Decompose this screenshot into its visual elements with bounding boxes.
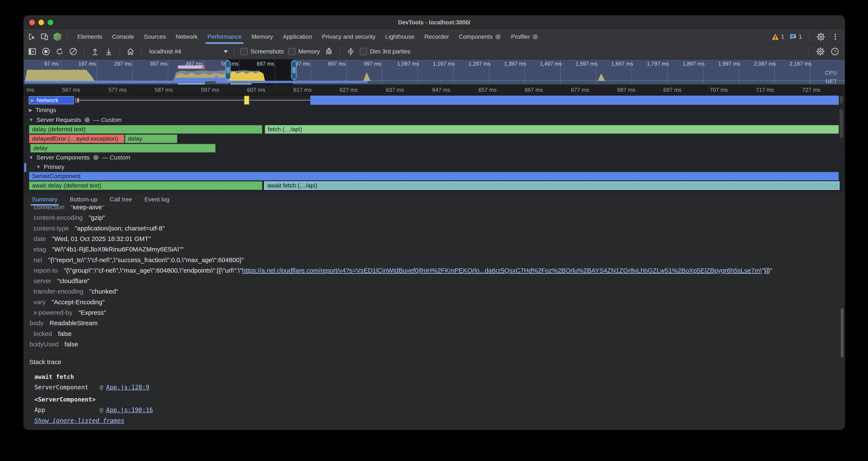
- tab-network[interactable]: Network: [170, 30, 203, 44]
- selection-left-handle[interactable]: [225, 60, 231, 80]
- report-to-url-link[interactable]: https://a.nel.cloudflare.com/report/v4?s…: [242, 267, 762, 274]
- track-header-network[interactable]: ▶ Network: [29, 96, 74, 104]
- node-icon[interactable]: [53, 32, 62, 41]
- tab-sources[interactable]: Sources: [139, 30, 170, 44]
- header-row-etag: etag"W/\"4b1-RjEJloX9kRinu6F0MAZMmy6E5iA…: [24, 244, 840, 255]
- selection-right-handle[interactable]: [291, 60, 297, 80]
- track-header-primary[interactable]: ▼ Primary: [36, 163, 64, 171]
- flame-bar-await-delay-deferred-text[interactable]: await delay (deferred text): [29, 181, 262, 190]
- header-value: "keep-alive": [70, 206, 104, 211]
- collapse-triangle-icon[interactable]: ▼: [29, 117, 34, 123]
- custom-track-suffix: — Custom: [93, 117, 122, 123]
- dim-3rd-parties-checkbox[interactable]: Dim 3rd parties: [360, 48, 410, 55]
- flame-bar-delay[interactable]: delay: [125, 135, 177, 143]
- collapse-triangle-icon[interactable]: ▼: [36, 164, 41, 170]
- flame-scrollbar-thumb[interactable]: [840, 109, 843, 138]
- overview-tick-label: 1,597 ms: [576, 61, 598, 67]
- reload-record-icon[interactable]: [55, 47, 64, 56]
- flame-bar-delay-deferred-text[interactable]: delay (deferred text): [29, 125, 262, 134]
- header-row-date: date"Wed, 01 Oct 2025 18:32:01 GMT": [24, 233, 840, 244]
- track-header-timings[interactable]: ▶ Timings: [29, 107, 56, 114]
- maximize-window-button[interactable]: [48, 20, 53, 25]
- download-profile-icon[interactable]: [104, 47, 114, 56]
- expand-triangle-icon[interactable]: ▶: [29, 107, 32, 113]
- collapse-triangle-icon[interactable]: ▼: [29, 155, 34, 161]
- source-location-link[interactable]: App.js:190:16: [106, 406, 153, 413]
- tab-profiler[interactable]: Profiler: [506, 30, 544, 44]
- tab-recorder[interactable]: Recorder: [420, 30, 454, 44]
- tab-memory[interactable]: Memory: [246, 30, 278, 44]
- issues-badge[interactable]: 1: [789, 33, 802, 40]
- track-drag-grip[interactable]: [75, 98, 79, 103]
- network-request-whisker: [78, 100, 310, 100]
- inspect-element-icon[interactable]: [27, 32, 36, 41]
- details-tab-bottom-up[interactable]: Bottom-up: [70, 193, 97, 205]
- ruler-tick-label: 597 ms: [201, 87, 219, 93]
- ruler-unit: ms: [27, 87, 34, 93]
- capture-settings-gear-icon[interactable]: [816, 47, 825, 56]
- warnings-badge[interactable]: 1: [771, 33, 784, 40]
- tab-privacy-and-security[interactable]: Privacy and security: [317, 30, 380, 44]
- track-header-server-components[interactable]: ▼ Server Components — Custom: [29, 154, 130, 161]
- timings-track-label: Timings: [35, 107, 56, 114]
- header-row-vary: vary"Accept-Encoding": [24, 297, 840, 308]
- minimize-window-button[interactable]: [38, 20, 44, 25]
- tab-label: Profiler: [511, 33, 530, 40]
- checkbox-box: [288, 48, 296, 55]
- ruler-tick-label: 677 ms: [571, 87, 589, 93]
- expand-triangle-icon[interactable]: ▶: [31, 97, 34, 103]
- home-icon[interactable]: [126, 47, 135, 56]
- tabbar-left-icons: [27, 30, 72, 44]
- header-key: content-type: [34, 225, 69, 232]
- selected-network-event[interactable]: [244, 95, 249, 105]
- source-location-link[interactable]: App.js:128:9: [106, 384, 149, 391]
- details-tab-event-log[interactable]: Event log: [144, 193, 169, 205]
- tab-components[interactable]: Components: [454, 30, 506, 44]
- tab-lighthouse[interactable]: Lighthouse: [380, 30, 420, 44]
- primary-track-indicator: [24, 163, 26, 172]
- flame-bar-fetch-api[interactable]: fetch (…/api): [265, 125, 839, 134]
- tab-label: Recorder: [424, 33, 449, 40]
- clear-icon[interactable]: [68, 47, 78, 56]
- flame-bar-delayederror-ayed-exception[interactable]: delayedError (…ayed exception): [29, 135, 124, 143]
- flame-bar-delay[interactable]: delay: [30, 144, 216, 152]
- settings-gear-icon[interactable]: [816, 32, 826, 41]
- upload-profile-icon[interactable]: [90, 47, 100, 56]
- device-toolbar-icon[interactable]: [40, 32, 49, 41]
- toggle-sidebar-icon[interactable]: [28, 47, 37, 56]
- details-tab-summary[interactable]: Summary: [32, 193, 58, 205]
- details-tab-call-tree[interactable]: Call tree: [110, 193, 132, 205]
- ruler-tick-label: 687 ms: [617, 87, 636, 93]
- overview-tick-label: 2,097 ms: [754, 61, 776, 67]
- message-icon: [789, 33, 797, 40]
- garbage-collect-icon[interactable]: [324, 47, 334, 56]
- history-select[interactable]: localhost #4: [148, 48, 228, 55]
- flame-chart[interactable]: ▶ Network ▶ Timings ▼ Server Requests — …: [24, 95, 845, 193]
- summary-pane: connection"keep-alive"content-encoding"g…: [24, 206, 845, 430]
- network-track-label: Network: [36, 97, 59, 104]
- tab-performance[interactable]: Performance: [203, 30, 246, 44]
- cpu-activity-blue: [175, 78, 228, 81]
- memory-checkbox[interactable]: Memory: [288, 48, 320, 55]
- record-icon[interactable]: [41, 47, 51, 56]
- flame-bar-await-fetch-api[interactable]: await fetch (…/api): [264, 181, 840, 190]
- network-request-bar[interactable]: [310, 95, 839, 105]
- ruler-tick-label: 617 ms: [293, 87, 312, 93]
- traffic-lights: [29, 20, 53, 25]
- tab-elements[interactable]: Elements: [72, 30, 107, 44]
- at-symbol: @: [99, 406, 103, 413]
- show-ignore-listed-frames-link[interactable]: Show ignore-listed frames: [34, 415, 124, 426]
- close-window-button[interactable]: [29, 20, 35, 25]
- help-icon[interactable]: ?: [830, 47, 840, 56]
- track-header-server-requests[interactable]: ▼ Server Requests — Custom: [29, 116, 122, 123]
- screenshots-checkbox[interactable]: Screenshots: [240, 48, 284, 55]
- flame-bar-servercomponent[interactable]: ServerComponent: [29, 172, 839, 180]
- collapse-flame-icon[interactable]: [346, 47, 355, 56]
- kebab-menu-icon[interactable]: [831, 32, 840, 41]
- timeline-overview[interactable]: 97 ms197 ms297 ms397 ms497 ms597 ms697 m…: [24, 59, 845, 84]
- details-scrollbar-thumb[interactable]: [841, 308, 843, 357]
- stack-frame-servercomponent: ServerComponent@App.js:128:9: [34, 382, 840, 393]
- flame-scrollbar-thumb[interactable]: [840, 96, 843, 104]
- tab-console[interactable]: Console: [107, 30, 139, 44]
- tab-application[interactable]: Application: [278, 30, 317, 44]
